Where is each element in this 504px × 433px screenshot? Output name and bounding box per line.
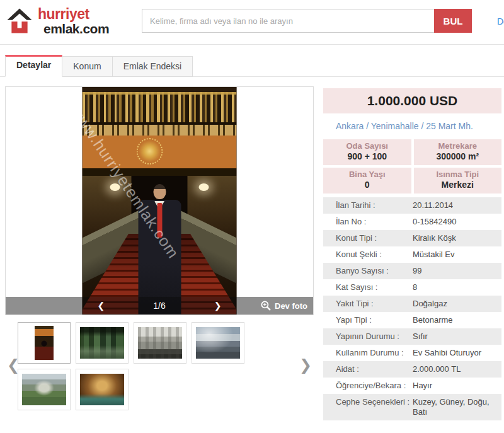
price: 1.000.000 USD [323, 88, 501, 113]
carousel-controls: ❮ 1/6 ❯ [83, 297, 237, 315]
detail-label: Kat Sayısı : [336, 282, 413, 292]
thumbnail-2-image [80, 327, 124, 359]
detail-label: Aidat : [336, 364, 413, 374]
zoom-in-icon [260, 300, 272, 311]
summary-value: Merkezi [414, 180, 502, 190]
details-table: İlan Tarihi :20.11.2014 İlan No :0-15842… [323, 197, 501, 420]
photo-counter: 1/6 [153, 301, 165, 311]
detail-label: Banyo Sayısı : [336, 266, 413, 276]
detail-value: Kiralık Köşk [413, 233, 501, 243]
table-row: Cephe Seçenekleri :Kuzey, Güney, Doğu, B… [323, 394, 501, 420]
site-logo[interactable]: hurriyet emlak.com [5, 6, 109, 35]
tab-konum[interactable]: Konum [62, 56, 112, 77]
tab-detaylar[interactable]: Detaylar [5, 55, 62, 77]
table-row: Öğrenciye/Bekara :Hayır [323, 378, 501, 394]
logo-text: hurriyet emlak.com [38, 7, 109, 35]
detail-value: 2.000.000 TL [413, 364, 501, 374]
detail-label: Yakıt Tipi : [336, 299, 413, 309]
photo-top-strip [83, 87, 237, 92]
logo-text-hurriyet: hurriyet [38, 7, 109, 21]
thumbnail-4[interactable] [192, 322, 244, 364]
table-row: Yapının Durumu :Sıfır [323, 328, 501, 345]
table-row: Banyo Sayısı :99 [323, 263, 501, 279]
detail-label: İlan No : [336, 217, 413, 227]
table-row: Konut Tipi :Kiralık Köşk [323, 230, 501, 246]
table-row: Kat Sayısı :8 [323, 279, 501, 296]
table-row: Yapı Tipi :Betonarme [323, 312, 501, 328]
detail-label: Yapının Durumu : [336, 332, 413, 342]
presidential-seal [137, 138, 163, 165]
photo-lamp-right [199, 183, 209, 191]
thumbnail-strip: ❮ ❯ [5, 322, 314, 417]
detail-value: Ev Sahibi Oturuyor [413, 348, 501, 358]
summary-isinma-tipi: Isınma Tipi Merkezi [414, 168, 502, 193]
summary-value: 0 [323, 180, 411, 190]
thumbnail-6-image [80, 374, 124, 405]
summary-oda-sayisi: Oda Sayısı 900 + 100 [323, 139, 411, 165]
thumbs-prev-button[interactable]: ❮ [7, 357, 20, 372]
detail-value: 8 [413, 282, 501, 292]
house-logo-icon [5, 6, 34, 35]
thumbnail-5[interactable] [18, 369, 71, 410]
table-row: Yakıt Tipi :Doğalgaz [323, 296, 501, 312]
detail-label: Konut Şekli : [336, 250, 413, 260]
tab-bar: Detaylar Konum Emlak Endeksi [0, 55, 504, 77]
detail-value: 0-15842490 [413, 217, 501, 227]
search-input[interactable] [142, 9, 434, 33]
detail-label: Öğrenciye/Bekara : [336, 381, 413, 391]
detail-value: Hayır [413, 381, 501, 391]
header-right-link[interactable]: De [497, 16, 504, 26]
detail-label: İlan Tarihi : [336, 200, 413, 211]
detail-label: Kullanım Durumu : [336, 348, 413, 358]
table-row: Aidat :2.000.000 TL [323, 361, 501, 378]
location-breadcrumb[interactable]: Ankara / Yenimahalle / 25 Mart Mh. [323, 113, 501, 139]
summary-label: Bina Yaşı [323, 170, 411, 180]
summary-bina-yasi: Bina Yaşı 0 [323, 168, 411, 193]
thumbnail-4-image [196, 327, 240, 359]
table-row: Kullanım Durumu :Ev Sahibi Oturuyor [323, 345, 501, 361]
main-photo: www.hurriyetemlak.com [83, 87, 237, 315]
next-photo-button[interactable]: ❯ [214, 301, 222, 310]
detail-value: 20.11.2014 [413, 200, 501, 211]
thumbnail-1[interactable] [18, 322, 71, 364]
search-bar: BUL [142, 9, 472, 33]
dev-foto-label: Dev foto [275, 301, 307, 311]
content: www.hurriyetemlak.com ❮ 1/6 ❯ Dev foto ❮ [0, 86, 504, 433]
summary-label: Isınma Tipi [414, 170, 502, 180]
detail-value: 99 [413, 266, 501, 276]
summary-value: 900 + 100 [323, 151, 411, 162]
thumbnail-3-image [138, 327, 182, 359]
table-row: İlan No :0-15842490 [323, 214, 501, 230]
thumbs-next-button[interactable]: ❯ [299, 357, 312, 372]
detail-label: Yapı Tipi : [336, 315, 413, 325]
detail-value: Doğalgaz [413, 299, 501, 309]
detail-value: Betonarme [413, 315, 501, 325]
photo-person-head [153, 184, 166, 199]
detail-value: Kuzey, Güney, Doğu, Batı [413, 397, 501, 417]
thumbnail-6[interactable] [76, 369, 129, 410]
thumbnail-3[interactable] [134, 322, 186, 364]
photo-panel: www.hurriyetemlak.com ❮ 1/6 ❯ Dev foto [5, 86, 314, 315]
table-row: Konut Şekli :Müstakil Ev [323, 246, 501, 263]
thumbnail-2[interactable] [76, 322, 129, 364]
tab-emlak-endeksi[interactable]: Emlak Endeksi [113, 56, 193, 77]
table-row: İlan Tarihi :20.11.2014 [323, 197, 501, 214]
dev-foto-button[interactable]: Dev foto [260, 297, 307, 315]
thumbnail-row [18, 322, 301, 410]
summary-label: Metrekare [414, 141, 502, 151]
thumbnail-1-image [35, 326, 54, 360]
listing-panel: 1.000.000 USD Ankara / Yenimahalle / 25 … [323, 88, 501, 420]
summary-value: 300000 m² [414, 151, 502, 162]
logo-text-emlak: emlak.com [38, 22, 109, 35]
summary-grid: Oda Sayısı 900 + 100 Metrekare 300000 m²… [323, 139, 501, 193]
photo-frieze [83, 125, 237, 136]
prev-photo-button[interactable]: ❮ [98, 301, 105, 310]
search-submit-button[interactable]: BUL [434, 9, 472, 33]
summary-label: Oda Sayısı [323, 141, 411, 151]
detail-label: Konut Tipi : [336, 233, 413, 243]
site-header: hurriyet emlak.com BUL De [0, 0, 504, 45]
photo-balustrade [83, 92, 237, 125]
summary-metrekare: Metrekare 300000 m² [414, 139, 502, 165]
detail-value: Sıfır [413, 332, 501, 342]
thumbnail-5-image [22, 374, 66, 405]
